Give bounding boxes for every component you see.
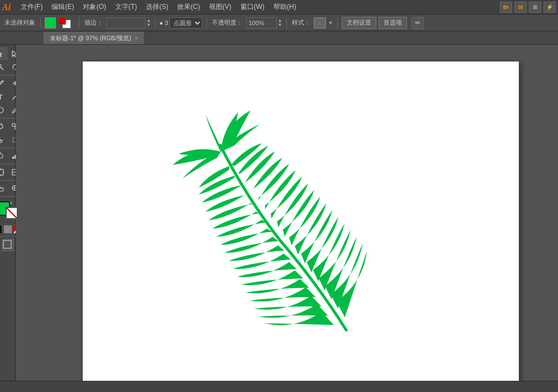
no-selection-label: 未选择对象 <box>3 18 36 27</box>
bridge-icon[interactable]: Br <box>500 2 512 13</box>
svg-point-15 <box>0 154 3 158</box>
select-tool[interactable] <box>0 47 8 60</box>
pen-tool[interactable] <box>0 77 8 90</box>
artboard <box>83 62 519 386</box>
toolbar-divider-6 <box>337 17 338 29</box>
svg-line-31 <box>7 208 17 218</box>
menu-file[interactable]: 文件(F) <box>16 1 47 13</box>
stock-icon[interactable]: St <box>514 2 527 13</box>
none-fill-icon[interactable] <box>0 225 2 234</box>
brush-size-value: ● 3 <box>159 20 168 26</box>
svg-point-5 <box>2 81 3 82</box>
tab-bar: 未标题-1* @ 97% (RGB/预览) × <box>0 31 558 45</box>
extra-toolbar-btns: ⇔ <box>412 17 424 29</box>
view-mode-icons <box>1 238 15 252</box>
preferences-button[interactable]: 首选项 <box>379 17 407 29</box>
menu-right-icons: Br St ⊞ ⚡ <box>500 2 556 13</box>
snap-label: 描边： <box>83 18 104 27</box>
menu-window[interactable]: 窗口(W) <box>236 1 269 13</box>
svg-line-3 <box>1 67 3 70</box>
symbol-sprayer-tool[interactable] <box>0 149 8 163</box>
opacity-label: 不透明度： <box>211 18 244 27</box>
warp-tool[interactable] <box>0 133 8 147</box>
arrange-icon[interactable]: ⇔ <box>412 17 424 29</box>
toolbar-divider-5 <box>286 17 287 29</box>
style-arrow[interactable]: ▼ <box>328 20 333 26</box>
menu-select[interactable]: 选择(S) <box>141 1 173 13</box>
menu-help[interactable]: 帮助(H) <box>269 1 301 13</box>
artboard-tool[interactable] <box>0 166 8 179</box>
search-icon[interactable]: ⚡ <box>543 2 556 13</box>
svg-rect-11 <box>12 124 15 126</box>
type-tool[interactable]: T <box>0 90 8 103</box>
rotate-tool[interactable] <box>0 120 8 133</box>
svg-point-4 <box>0 64 1 68</box>
ellipse-tool[interactable] <box>0 103 8 117</box>
style-label: 样式： <box>291 18 311 27</box>
app-logo: Ai <box>2 2 11 12</box>
status-bar <box>0 381 558 392</box>
workspace-icon[interactable]: ⊞ <box>529 2 541 13</box>
svg-point-9 <box>0 107 3 113</box>
fill-swatch[interactable] <box>45 17 56 29</box>
toolbar-divider-2 <box>79 17 79 29</box>
toolbar-divider-3 <box>155 17 155 29</box>
menu-type[interactable]: 文字(T) <box>111 1 141 13</box>
svg-marker-1 <box>0 51 3 57</box>
toolbar-divider-1 <box>40 17 41 29</box>
magic-wand-tool[interactable] <box>0 60 8 74</box>
brush-type-select[interactable]: 点圆形 <box>169 17 202 29</box>
stroke-indicator <box>58 17 75 29</box>
main-area: T <box>0 45 558 392</box>
stroke-color-swatch[interactable] <box>6 207 18 219</box>
change-screen-mode-icon[interactable] <box>2 239 14 251</box>
menu-view[interactable]: 视图(V) <box>205 1 236 13</box>
snap-control[interactable]: ▲ ▼ <box>106 17 151 29</box>
brush-size-control[interactable]: ● 3 点圆形 <box>159 17 202 29</box>
doc-settings-button[interactable]: 文档设置 <box>342 17 376 29</box>
canvas-area <box>16 45 558 392</box>
tab-title: 未标题-1* @ 97% (RGB/预览) <box>50 34 131 42</box>
menu-edit[interactable]: 编辑(E) <box>47 1 78 13</box>
toolbox: T <box>0 45 16 392</box>
svg-line-0 <box>59 17 65 24</box>
opacity-value: 100% <box>249 20 264 26</box>
options-bar: 未选择对象 描边： ▲ ▼ ● 3 点圆形 不透明度： 100% ▲ ▼ <box>0 15 558 31</box>
svg-rect-17 <box>12 157 14 159</box>
style-swatch[interactable] <box>314 17 326 29</box>
tab-close-button[interactable]: × <box>135 35 138 41</box>
hand-tool[interactable] <box>0 182 8 195</box>
svg-rect-33 <box>3 240 11 248</box>
toolbar-divider-4 <box>206 17 207 29</box>
type-icon: T <box>0 93 2 101</box>
document-tab[interactable]: 未标题-1* @ 97% (RGB/预览) × <box>44 32 144 44</box>
leaf-illustration <box>150 84 401 375</box>
menu-bar: Ai 文件(F) 编辑(E) 对象(O) 文字(T) 选择(S) 效果(C) 视… <box>0 0 558 15</box>
menu-effect[interactable]: 效果(C) <box>173 1 205 13</box>
menu-object[interactable]: 对象(O) <box>78 1 110 13</box>
svg-point-13 <box>0 140 2 143</box>
opacity-control[interactable]: 100% ▲ ▼ <box>246 17 282 29</box>
default-colors-icon[interactable] <box>3 225 12 234</box>
